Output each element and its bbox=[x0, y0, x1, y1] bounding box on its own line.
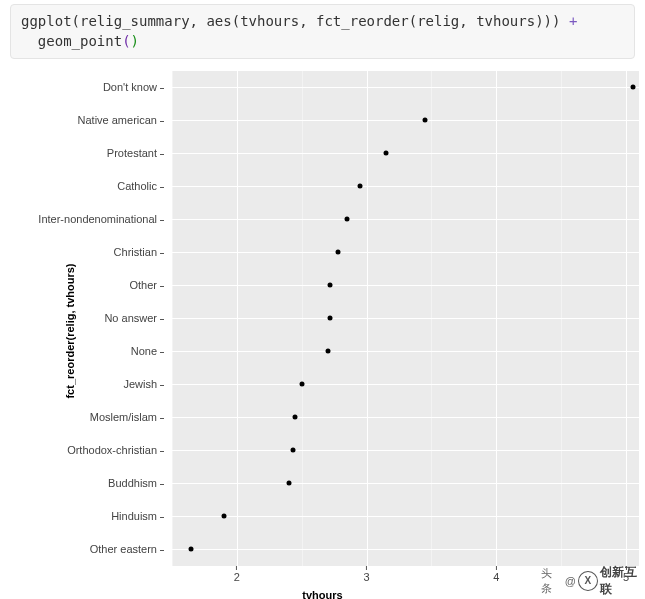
y-tick-label: Inter-nondenominational bbox=[24, 213, 164, 225]
data-point bbox=[299, 382, 304, 387]
data-point bbox=[293, 415, 298, 420]
y-tick-label: Hinduism bbox=[24, 510, 164, 522]
data-point bbox=[328, 316, 333, 321]
x-tick-label: 2 bbox=[234, 566, 240, 583]
y-tick-label: Catholic bbox=[24, 180, 164, 192]
y-axis: Don't knowNative americanProtestantCatho… bbox=[22, 71, 170, 566]
data-point bbox=[290, 448, 295, 453]
data-point bbox=[325, 349, 330, 354]
y-tick-label: Christian bbox=[24, 246, 164, 258]
y-tick-label: Protestant bbox=[24, 147, 164, 159]
code-block: ggplot(relig_summary, aes(tvhours, fct_r… bbox=[10, 4, 635, 59]
data-point bbox=[422, 118, 427, 123]
watermark-brand: 创新互联 bbox=[600, 564, 645, 598]
code-line-2: geom_point() bbox=[21, 33, 139, 49]
data-point bbox=[630, 85, 635, 90]
watermark-text-left: 头条 bbox=[541, 566, 563, 596]
y-tick-label: Other eastern bbox=[24, 543, 164, 555]
y-tick-label: No answer bbox=[24, 312, 164, 324]
y-tick-label: Buddhism bbox=[24, 477, 164, 489]
y-tick-label: Native american bbox=[24, 114, 164, 126]
data-point bbox=[286, 481, 291, 486]
data-point bbox=[358, 184, 363, 189]
x-tick-label: 4 bbox=[493, 566, 499, 583]
watermark-logo-icon: X bbox=[578, 571, 598, 591]
data-point bbox=[189, 547, 194, 552]
y-tick-label: Other bbox=[24, 279, 164, 291]
data-point bbox=[336, 250, 341, 255]
x-tick-label: 3 bbox=[364, 566, 370, 583]
y-tick-label: None bbox=[24, 345, 164, 357]
watermark: 头条@ X 创新互联 bbox=[541, 564, 645, 598]
code-line-1: ggplot(relig_summary, aes(tvhours, fct_r… bbox=[21, 13, 577, 29]
data-point bbox=[328, 283, 333, 288]
data-point bbox=[221, 514, 226, 519]
plot-panel bbox=[172, 71, 639, 566]
y-tick-label: Orthodox-christian bbox=[24, 444, 164, 456]
chart: fct_reorder(relig, tvhours) tvhours Don'… bbox=[0, 59, 645, 599]
y-tick-label: Don't know bbox=[24, 81, 164, 93]
data-point bbox=[345, 217, 350, 222]
data-point bbox=[384, 151, 389, 156]
y-tick-label: Jewish bbox=[24, 378, 164, 390]
y-tick-label: Moslem/islam bbox=[24, 411, 164, 423]
